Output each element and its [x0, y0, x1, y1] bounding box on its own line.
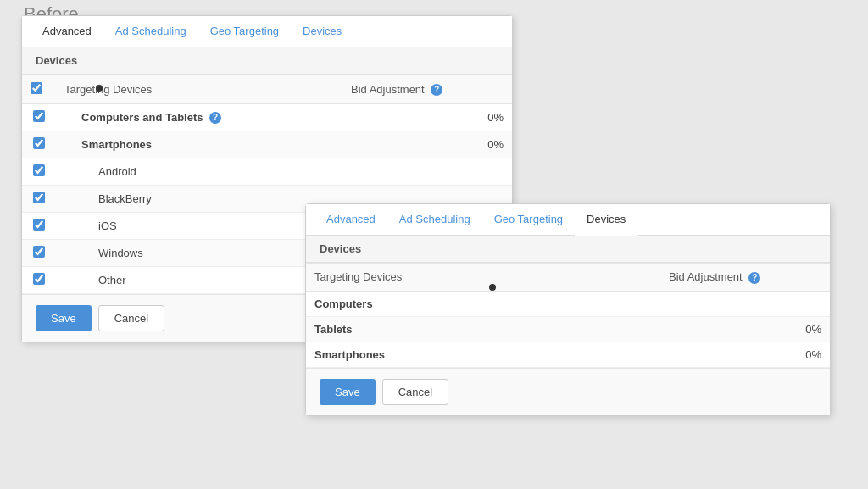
- smartphones-label: Smartphones: [56, 131, 342, 158]
- table-row: Smartphones 0%: [306, 342, 830, 367]
- computers-tablets-checkbox[interactable]: [33, 110, 45, 122]
- after-targeting-col-header: Targeting Devices: [306, 264, 660, 292]
- before-connector-dot: [96, 85, 103, 92]
- after-bid-adj-info-icon[interactable]: ?: [748, 272, 760, 284]
- computers-tablets-info-icon[interactable]: ?: [209, 112, 221, 124]
- check-all-checkbox[interactable]: [31, 82, 42, 94]
- table-row: Tablets 0%: [306, 316, 830, 342]
- bid-adj-label: Bid Adjustment: [351, 83, 425, 96]
- android-checkbox[interactable]: [33, 164, 45, 176]
- tab-ad-scheduling-after[interactable]: Ad Scheduling: [387, 204, 482, 236]
- smartphones-after-bid: 0%: [660, 342, 830, 367]
- other-label: Other: [56, 267, 342, 294]
- windows-label: Windows: [56, 240, 342, 267]
- before-save-button[interactable]: Save: [36, 305, 92, 331]
- tablets-after-label: Tablets: [306, 316, 660, 342]
- tab-geo-targeting-after[interactable]: Geo Targeting: [482, 204, 575, 236]
- tab-geo-targeting-before[interactable]: Geo Targeting: [198, 16, 291, 47]
- bid-adj-info-icon[interactable]: ?: [431, 84, 442, 96]
- before-bid-col-header: Bid Adjustment ?: [342, 75, 512, 104]
- tab-advanced-after[interactable]: Advanced: [314, 204, 387, 236]
- table-row: Computers and Tablets ? 0%: [22, 104, 512, 131]
- after-connector-dot: [489, 284, 496, 291]
- ios-checkbox[interactable]: [33, 219, 45, 231]
- smartphones-checkbox[interactable]: [33, 137, 45, 149]
- smartphones-bid: 0%: [342, 131, 512, 158]
- other-checkbox[interactable]: [33, 273, 45, 285]
- after-bid-col-header: Bid Adjustment ?: [660, 264, 830, 292]
- table-row: Android: [22, 158, 512, 186]
- computers-after-bid: [660, 291, 830, 316]
- computers-after-label: Computers: [306, 291, 660, 316]
- after-devices-table: Targeting Devices Bid Adjustment ? Compu…: [306, 263, 830, 368]
- after-cancel-button[interactable]: Cancel: [382, 379, 448, 405]
- windows-checkbox[interactable]: [33, 246, 45, 258]
- computers-tablets-label: Computers and Tablets ?: [56, 104, 342, 131]
- tab-ad-scheduling-before[interactable]: Ad Scheduling: [103, 16, 198, 47]
- after-section-header: Devices: [306, 236, 830, 263]
- tablets-after-bid: 0%: [660, 316, 830, 342]
- after-panel: Advanced Ad Scheduling Geo Targeting Dev…: [305, 203, 831, 416]
- tab-devices-before[interactable]: Devices: [291, 16, 353, 47]
- before-cancel-button[interactable]: Cancel: [98, 305, 164, 331]
- android-bid: [342, 158, 512, 186]
- tab-advanced-before[interactable]: Advanced: [31, 16, 103, 47]
- after-save-button[interactable]: Save: [320, 379, 376, 405]
- after-footer: Save Cancel: [306, 368, 830, 415]
- tab-devices-after[interactable]: Devices: [575, 204, 637, 236]
- smartphones-after-label: Smartphones: [306, 342, 660, 367]
- table-row: Smartphones 0%: [22, 131, 512, 158]
- before-check-all-header: [22, 75, 56, 104]
- table-row: Computers: [306, 291, 830, 316]
- before-section-header: Devices: [22, 47, 512, 75]
- after-bid-adj-label: Bid Adjustment: [669, 270, 743, 283]
- blackberry-checkbox[interactable]: [33, 192, 45, 203]
- android-label: Android: [56, 158, 342, 186]
- computers-tablets-bid: 0%: [342, 104, 512, 131]
- blackberry-label: BlackBerry: [56, 186, 342, 213]
- after-tabs: Advanced Ad Scheduling Geo Targeting Dev…: [306, 204, 830, 236]
- before-tabs: Advanced Ad Scheduling Geo Targeting Dev…: [22, 16, 512, 47]
- ios-label: iOS: [56, 213, 342, 240]
